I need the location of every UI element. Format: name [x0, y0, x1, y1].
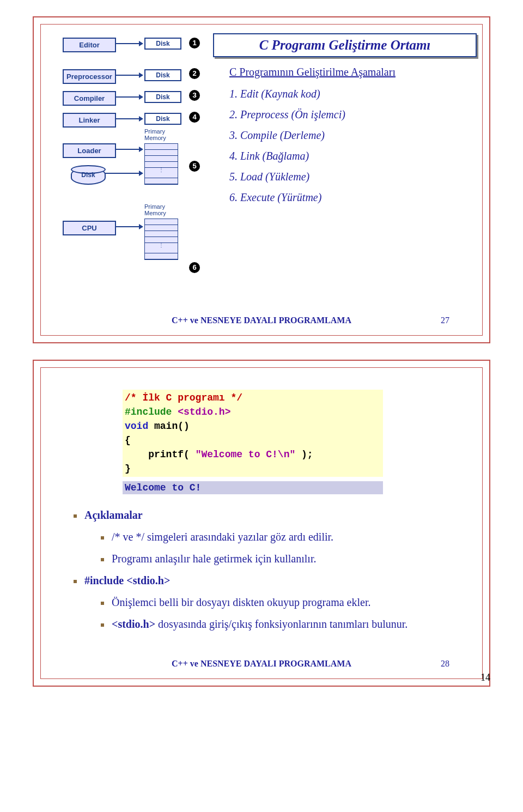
footer-text: C++ ve NESNEYE DAYALI PROGRAMLAMA	[172, 316, 351, 325]
step-6: 6. Execute (Yürütme)	[229, 187, 345, 208]
stage-cpu: CPU	[63, 221, 116, 235]
arrow-1	[115, 43, 142, 44]
footer-text: C++ ve NESNEYE DAYALI PROGRAMLAMA	[172, 659, 351, 668]
slide-title-box: C Programı Geliştirme Ortamı	[213, 33, 477, 57]
slide-number: 28	[441, 659, 449, 669]
num-3: 3	[189, 90, 200, 101]
bullet-stdio: <stdio.h> dosyasında giriş/çıkış fonksiy…	[101, 613, 460, 635]
bullet-include: #include <stdio.h>	[74, 569, 460, 591]
bullet-anlas: Programı anlaşılır hale getirmek için ku…	[101, 548, 460, 569]
bullet-comment: /* ve */ simgeleri arasındaki yazılar gö…	[101, 526, 460, 548]
bullet-onislemci: Önişlemci belli bir dosyayı diskten okuy…	[101, 591, 460, 613]
num-6: 6	[189, 262, 200, 273]
arrow-6	[115, 226, 142, 227]
slide-28: /* İlk C programı */ #include <stdio.h> …	[33, 360, 490, 687]
slide-number: 27	[441, 316, 449, 325]
step-1: 1. Edit (Kaynak kod)	[229, 83, 345, 104]
stage-compiler: Compiler	[63, 91, 116, 106]
slide-footer: C++ ve NESNEYE DAYALI PROGRAMLAMA 28	[41, 659, 482, 669]
code-comment: /* İlk C programı */	[125, 392, 242, 403]
slide-27: C Programı Geliştirme Ortamı C Programın…	[33, 16, 490, 343]
step-5: 5. Load (Yükleme)	[229, 166, 345, 187]
code-printf: printf(	[125, 449, 196, 460]
slide-subtitle: C Programının Geliştirilme Aşamaları	[229, 66, 396, 78]
mem-block-2: ⋮	[144, 219, 178, 260]
slide-inner: C Programı Geliştirme Ortamı C Programın…	[40, 24, 483, 336]
bullet-icon	[101, 623, 104, 627]
code-brace-open: {	[125, 435, 131, 446]
bullets: Açıklamalar /* ve */ simgeleri arasındak…	[74, 504, 460, 635]
code-block: /* İlk C programı */ #include <stdio.h> …	[123, 390, 383, 477]
step-4: 4. Link (Bağlama)	[229, 146, 345, 166]
disk-cylinder: Disk	[71, 167, 106, 185]
bullet-aciklamalar: Açıklamalar	[74, 504, 460, 526]
num-1: 1	[189, 38, 200, 49]
code-printf-end: );	[295, 449, 313, 460]
arrow-2	[115, 75, 142, 76]
stage-linker: Linker	[63, 113, 116, 128]
stage-loader: Loader	[63, 143, 116, 158]
arrow-5b	[105, 173, 142, 174]
bullet-icon	[101, 602, 104, 605]
disk-1: Disk	[144, 38, 181, 50]
num-4: 4	[189, 112, 200, 123]
steps-list: 1. Edit (Kaynak kod) 2. Preprocess (Ön i…	[229, 83, 345, 208]
code-string: "Welcome to C!\n"	[196, 449, 296, 460]
mem-block-1: ⋮	[144, 143, 178, 185]
disk-3: Disk	[144, 91, 181, 103]
disk-4: Disk	[144, 113, 181, 125]
arrow-4	[115, 118, 142, 119]
bullet-icon	[74, 514, 77, 518]
page-number: 14	[481, 672, 490, 683]
arrow-5a	[115, 149, 142, 150]
slide-title: C Programı Geliştirme Ortamı	[259, 38, 431, 52]
arrow-3	[115, 96, 142, 98]
disk-2: Disk	[144, 69, 181, 81]
mem-label-2: Primary Memory	[144, 203, 166, 216]
step-2: 2. Preprocess (Ön işlemci)	[229, 104, 345, 125]
code-include: #include	[125, 407, 178, 417]
output-text: Welcome to C!	[125, 482, 201, 493]
step-3: 3. Compile (Derleme)	[229, 125, 345, 146]
output-block: Welcome to C!	[123, 481, 383, 494]
code-main: main()	[148, 421, 190, 432]
bullet-icon	[101, 536, 104, 540]
num-5: 5	[189, 161, 200, 172]
code-void: void	[125, 421, 148, 432]
stage-preproc: Preprocessor	[63, 69, 116, 84]
bullet-icon	[101, 558, 104, 561]
mem-label-1: Primary Memory	[144, 128, 166, 141]
code-header: <stdio.h>	[178, 407, 230, 417]
slide-inner: /* İlk C programı */ #include <stdio.h> …	[40, 367, 483, 679]
stage-editor: Editor	[63, 38, 116, 52]
slide-footer: C++ ve NESNEYE DAYALI PROGRAMLAMA 27	[41, 316, 482, 325]
num-2: 2	[189, 68, 200, 79]
code-brace-close: }	[125, 463, 131, 474]
bullet-icon	[74, 580, 77, 583]
